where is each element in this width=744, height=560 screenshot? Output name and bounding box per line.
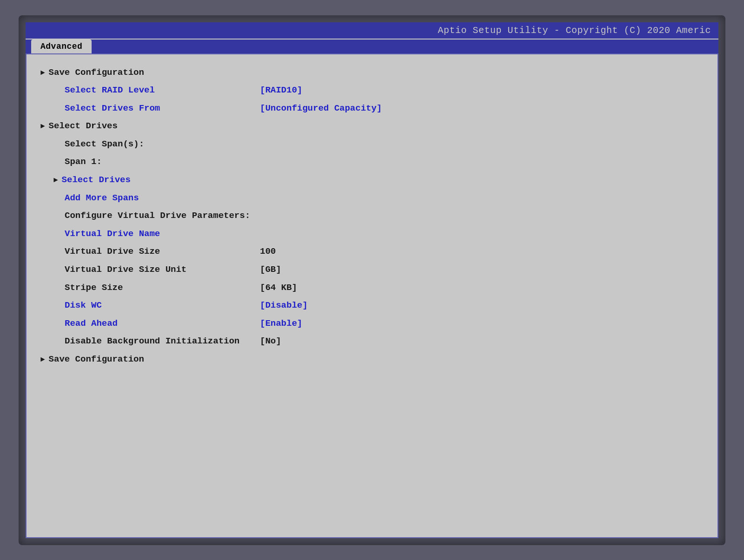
arrow-icon: ► [40,121,45,132]
monitor-bezel: Aptio Setup Utility - Copyright (C) 2020… [19,15,725,545]
item-label: Virtual Drive Size Unit [65,264,260,276]
item-label: Disable Background Initialization [65,335,260,348]
item-label: Disk WC [65,299,260,312]
menu-tab[interactable]: Advanced [31,40,92,53]
menu-item-vd-size-unit: Virtual Drive Size Unit[GB] [40,261,704,279]
item-value: [GB] [260,264,281,276]
screen: Aptio Setup Utility - Copyright (C) 2020… [26,22,718,538]
title-bar: Aptio Setup Utility - Copyright (C) 2020… [26,22,718,39]
item-label: Stripe Size [65,282,260,294]
item-value: [Unconfigured Capacity] [260,102,382,115]
item-label: Select Drives [49,120,244,132]
menu-item-save-config-bottom: ►Save Configuration [40,350,704,369]
item-label: Read Ahead [65,317,260,330]
item-label: Select RAID Level [65,84,260,97]
item-value: [64 KB] [260,282,297,294]
menu-item-select-drives-from[interactable]: Select Drives From[Unconfigured Capacity… [40,99,704,118]
arrow-icon: ► [40,355,45,365]
item-label: Virtual Drive Size [65,245,260,258]
item-label: Save Configuration [49,353,244,366]
item-label: Save Configuration [49,66,244,79]
menu-item-save-config-top: ►Save Configuration [40,64,704,82]
menu-item-select-raid-level[interactable]: Select RAID Level[RAID10] [40,81,704,99]
menu-item-vd-name[interactable]: Virtual Drive Name [40,225,704,243]
item-label: Select Drives [62,174,257,186]
menu-item-stripe-size: Stripe Size[64 KB] [40,279,704,297]
arrow-icon: ► [40,68,45,78]
menu-item-span-1: Span 1: [40,153,704,171]
menu-item-disable-bg-init: Disable Background Initialization[No] [40,332,704,350]
item-value: 100 [260,245,276,258]
item-label: Add More Spans [65,192,260,204]
menu-item-add-more-spans[interactable]: Add More Spans [40,189,704,207]
item-value: [RAID10] [260,84,302,97]
title-text: Aptio Setup Utility - Copyright (C) 2020… [438,25,711,36]
menu-item-select-drives-1: ►Select Drives [40,117,704,135]
content-area: ►Save ConfigurationSelect RAID Level[RAI… [26,53,718,538]
menu-bar: Advanced [26,40,718,53]
item-label: Configure Virtual Drive Parameters: [65,210,260,222]
menu-item-configure-vd-params: Configure Virtual Drive Parameters: [40,207,704,225]
menu-item-select-spans: Select Span(s): [40,135,704,153]
item-value: [Disable] [260,299,308,312]
menu-item-vd-size: Virtual Drive Size100 [40,243,704,261]
menu-item-select-drives-2[interactable]: ►Select Drives [40,171,704,189]
item-label: Virtual Drive Name [65,228,260,240]
item-value: [No] [260,335,281,348]
menu-item-disk-wc[interactable]: Disk WC[Disable] [40,296,704,315]
item-label: Select Drives From [65,102,260,115]
arrow-icon: ► [53,175,58,185]
item-label: Select Span(s): [65,138,260,151]
item-label: Span 1: [65,156,260,168]
menu-item-read-ahead[interactable]: Read Ahead[Enable] [40,315,704,333]
item-value: [Enable] [260,317,302,330]
